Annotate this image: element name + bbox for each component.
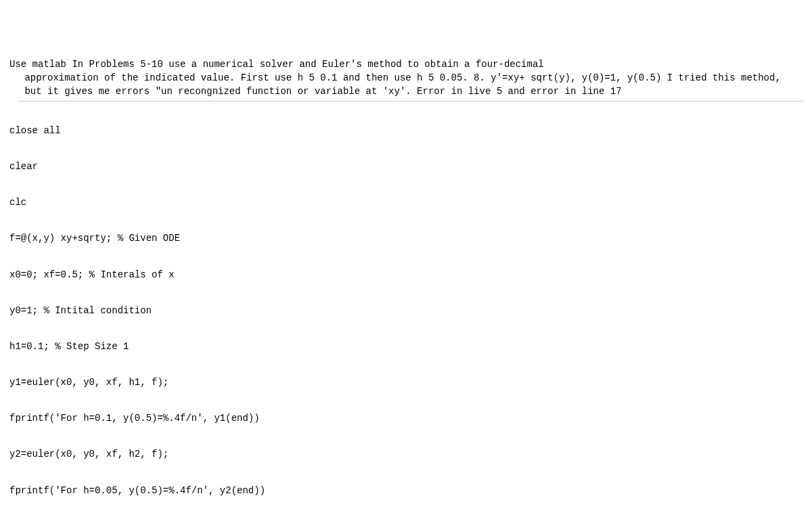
code-line: close all [8, 125, 804, 138]
code-line: clear [8, 160, 804, 174]
code-line: clc [8, 196, 804, 210]
code-line: fprintf('For h=0.05, y(0.5)=%.4f/n', y2(… [8, 484, 804, 498]
code-line: x0=0; xf=0.5; % Interals of x [8, 269, 804, 282]
code-line: h1=0.1; % Step Size 1 [8, 340, 804, 354]
code-line: y1=euler(x0, y0, xf, h1, f); [8, 376, 804, 390]
problem-statement: Use matlab In Problems 5-10 use a numeri… [18, 58, 804, 101]
code-line: f=@(x,y) xy+sqrty; % Given ODE [8, 232, 804, 246]
code-line: y2=euler(x0, y0, xf, h2, f); [8, 448, 804, 461]
code-line: fprintf('For h=0.1, y(0.5)=%.4f/n', y1(e… [8, 412, 804, 426]
code-line: y0=1; % Intital condition [8, 304, 804, 318]
